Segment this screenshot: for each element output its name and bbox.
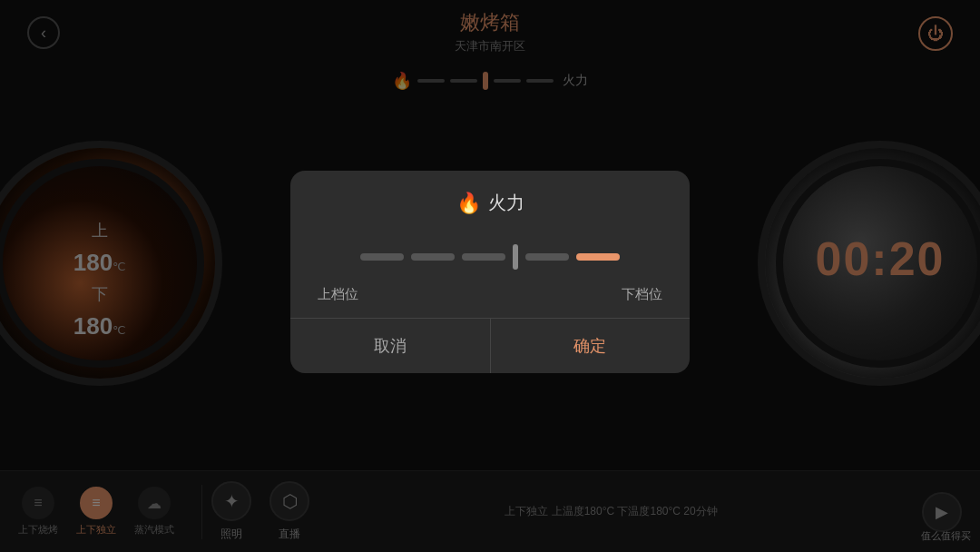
modal-cancel-button[interactable]: 取消 (290, 319, 490, 373)
modal-slider-area[interactable] (290, 230, 690, 281)
modal-labels: 上档位 下档位 (290, 281, 690, 318)
modal-confirm-button[interactable]: 确定 (491, 319, 691, 373)
modal-flame-icon: 🔥 (456, 192, 481, 215)
slider-seg-3 (462, 253, 505, 261)
modal-lower-label: 下档位 (622, 286, 662, 303)
modal-buttons: 取消 确定 (290, 319, 690, 373)
modal-title-text: 火力 (488, 191, 524, 215)
slider-seg-4 (525, 253, 569, 261)
watermark: 值么值得买 (921, 529, 971, 543)
modal-slider-track[interactable] (318, 239, 662, 275)
slider-seg-5 (576, 253, 620, 261)
modal-title-row: 🔥 火力 (290, 171, 690, 230)
slider-seg-2 (411, 253, 455, 261)
slider-seg-1 (360, 253, 404, 261)
flame-modal: 🔥 火力 上档位 下档位 取消 确定 (290, 171, 690, 373)
slider-thumb[interactable] (513, 244, 518, 270)
modal-upper-label: 上档位 (318, 286, 358, 303)
